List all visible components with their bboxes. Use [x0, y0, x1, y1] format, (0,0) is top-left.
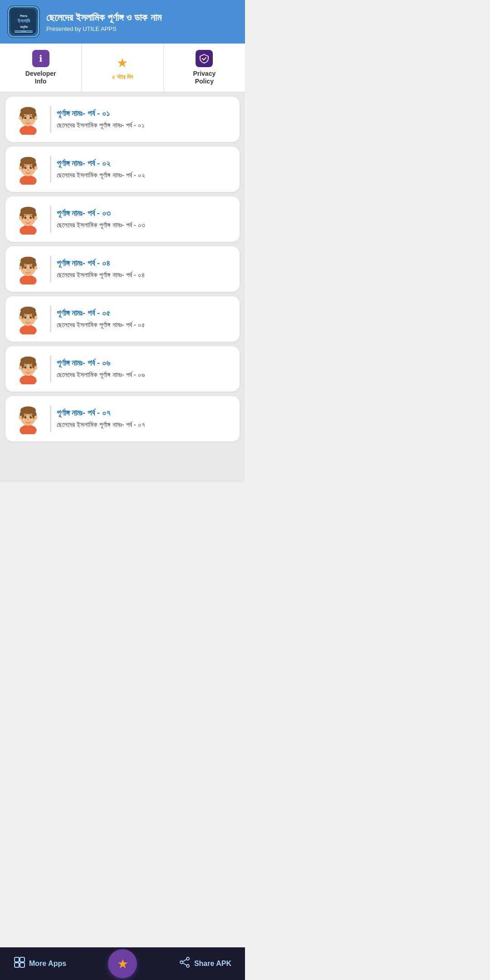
svg-point-55 [27, 269, 29, 270]
svg-point-19 [20, 175, 36, 184]
privacy-policy-label: PrivacyPolicy [193, 70, 216, 85]
boy-avatar [12, 203, 44, 235]
app-subtitle: Presented by UTILE APPS [46, 25, 238, 32]
svg-point-80 [31, 366, 32, 367]
svg-point-95 [19, 416, 22, 420]
list-item-subtitle: ছেলেদের ইসলামিক পূর্ণাঙ্গ নামঃ- পর্ব - ০… [57, 371, 233, 379]
svg-point-32 [20, 225, 36, 234]
list-divider [50, 355, 51, 382]
list-item[interactable]: পূর্ণাঙ্গ নামঃ- পর্ব - ০১ছেলেদের ইসলামিক… [5, 97, 240, 142]
privacy-policy-icon [196, 50, 213, 67]
svg-point-90 [24, 416, 27, 418]
svg-point-6 [20, 125, 36, 134]
list-item[interactable]: পূর্ণাঙ্গ নামঃ- পর্ব - ০৪ছেলেদের ইসলামিক… [5, 246, 240, 292]
svg-point-54 [31, 266, 32, 267]
app-title: ছেলেদের ইসলামিক পূর্ণাঙ্গ ও ডাক নাম [46, 11, 238, 24]
svg-point-51 [24, 266, 27, 269]
developer-info-button[interactable]: ℹ DeveloperInfo [0, 44, 82, 92]
list-divider [50, 106, 51, 133]
svg-point-26 [29, 167, 32, 169]
svg-point-57 [34, 266, 38, 270]
list-content: পূর্ণাঙ্গ নামঃ- পর্ব - ০৭ছেলেদের ইসলামিক… [57, 408, 233, 429]
svg-point-83 [34, 366, 38, 370]
svg-point-41 [31, 216, 32, 217]
list-content: পূর্ণাঙ্গ নামঃ- পর্ব - ০৫ছেলেদের ইসলামিক… [57, 309, 233, 329]
list-content: পূর্ণাঙ্গ নামঃ- পর্ব - ০৬ছেলেদের ইসলামিক… [57, 358, 233, 379]
svg-point-42 [27, 219, 29, 220]
svg-point-71 [20, 375, 36, 384]
list-item-title: পূর্ণাঙ্গ নামঃ- পর্ব - ০২ [57, 159, 233, 168]
svg-point-31 [34, 166, 38, 170]
svg-point-30 [19, 166, 22, 170]
svg-point-45 [20, 275, 36, 284]
svg-point-68 [27, 319, 29, 320]
svg-point-27 [25, 167, 26, 167]
boy-avatar [12, 103, 44, 136]
svg-point-81 [27, 369, 29, 370]
list-item[interactable]: পূর্ণাঙ্গ নামঃ- পর্ব - ০৭ছেলেদের ইসলামিক… [5, 396, 240, 441]
list-content: পূর্ণাঙ্গ নামঃ- পর্ব - ০৪ছেলেদের ইসলামিক… [57, 259, 233, 279]
rate-label: ৫ স্টার দিন [112, 74, 132, 81]
list-item-title: পূর্ণাঙ্গ নামঃ- পর্ব - ০৭ [57, 408, 233, 418]
svg-point-38 [24, 216, 27, 219]
svg-point-56 [19, 266, 22, 270]
list-content: পূর্ণাঙ্গ নামঃ- পর্ব - ০২ছেলেদের ইসলামিক… [57, 159, 233, 179]
rate-star-button[interactable]: ★ ৫ স্টার দিন [82, 44, 163, 92]
privacy-policy-button[interactable]: PrivacyPolicy [164, 44, 245, 92]
svg-point-52 [29, 266, 32, 269]
svg-point-58 [20, 325, 36, 334]
svg-point-84 [20, 425, 36, 434]
list-item[interactable]: পূর্ণাঙ্গ নামঃ- পর্ব - ০৬ছেলেদের ইসলামিক… [5, 346, 240, 392]
boy-avatar [12, 153, 44, 186]
list-item-title: পূর্ণাঙ্গ নামঃ- পর্ব - ০৩ [57, 209, 233, 218]
svg-point-92 [25, 416, 26, 417]
svg-point-15 [31, 117, 32, 118]
list-item-title: পূর্ণাঙ্গ নামঃ- পর্ব - ০৪ [57, 259, 233, 268]
svg-point-43 [19, 216, 22, 220]
svg-point-17 [19, 116, 22, 120]
svg-point-44 [34, 216, 38, 220]
svg-text:ইসলামি: ইসলামি [17, 18, 30, 24]
svg-point-91 [29, 416, 32, 418]
svg-point-96 [34, 416, 38, 420]
svg-point-29 [27, 169, 29, 171]
svg-point-14 [25, 117, 26, 118]
list-item-subtitle: ছেলেদের ইসলামিক পূর্ণাঙ্গ নামঃ- পর্ব - ০… [57, 321, 233, 329]
svg-point-53 [25, 266, 26, 267]
list-divider [50, 405, 51, 432]
list-content: পূর্ণাঙ্গ নামঃ- পর্ব - ০১ছেলেদের ইসলামিক… [57, 109, 233, 129]
list-item-subtitle: ছেলেদের ইসলামিক পূর্ণাঙ্গ নামঃ- পর্ব - ০… [57, 171, 233, 179]
developer-info-icon: ℹ [32, 50, 49, 67]
developer-info-label: DeveloperInfo [25, 70, 56, 85]
svg-point-16 [27, 119, 29, 121]
list-item-title: পূর্ণাঙ্গ নামঃ- পর্ব - ০১ [57, 109, 233, 118]
svg-text:শিশুদের: শিশুদের [20, 15, 28, 18]
svg-point-39 [29, 216, 32, 219]
svg-point-93 [31, 416, 32, 417]
list-content: পূর্ণাঙ্গ নামঃ- পর্ব - ০৩ছেলেদের ইসলামিক… [57, 209, 233, 229]
list-divider [50, 206, 51, 233]
svg-point-70 [34, 316, 38, 320]
list-item-title: পূর্ণাঙ্গ নামঃ- পর্ব - ০৬ [57, 358, 233, 368]
boy-avatar [12, 253, 44, 285]
list-item[interactable]: পূর্ণাঙ্গ নামঃ- পর্ব - ০৩ছেলেদের ইসলামিক… [5, 196, 240, 242]
svg-point-82 [19, 366, 22, 370]
boy-avatar [12, 402, 44, 435]
svg-point-67 [31, 316, 32, 317]
list-item[interactable]: পূর্ণাঙ্গ নামঃ- পর্ব - ০২ছেলেদের ইসলামিক… [5, 147, 240, 192]
header-text-block: ছেলেদের ইসলামিক পূর্ণাঙ্গ ও ডাক নাম Pres… [46, 11, 238, 32]
svg-point-18 [34, 116, 38, 120]
svg-point-77 [24, 366, 27, 368]
svg-point-28 [31, 167, 32, 167]
names-list: পূর্ণাঙ্গ নামঃ- পর্ব - ০১ছেলেদের ইসলামিক… [0, 92, 245, 482]
list-item-subtitle: ছেলেদের ইসলামিক পূর্ণাঙ্গ নামঃ- পর্ব - ০… [57, 221, 233, 229]
action-buttons-row: ℹ DeveloperInfo ★ ৫ স্টার দিন PrivacyPol… [0, 44, 245, 92]
boy-avatar [12, 353, 44, 385]
svg-point-65 [29, 316, 32, 318]
list-divider [50, 305, 51, 333]
app-logo: শিশুদের ইসলামি আধুনিক নাম [7, 5, 40, 38]
svg-point-94 [27, 419, 29, 420]
svg-point-12 [24, 117, 27, 119]
svg-point-78 [29, 366, 32, 368]
list-item[interactable]: পূর্ণাঙ্গ নামঃ- পর্ব - ০৫ছেলেদের ইসলামিক… [5, 296, 240, 342]
